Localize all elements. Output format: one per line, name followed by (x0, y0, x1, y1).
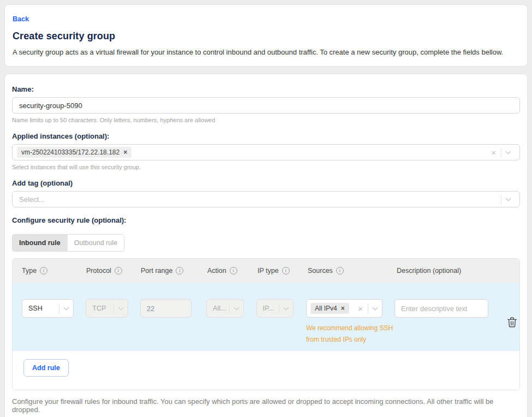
chevron-down-icon[interactable] (373, 305, 378, 311)
rule-sources-select[interactable]: All IPv4 × × (306, 299, 382, 318)
rules-table: Type i Protocol i Port range i Action i … (12, 258, 520, 390)
column-header-port-range: Port range i (141, 267, 207, 275)
column-header-sources: Sources i (308, 267, 397, 275)
chevron-down-icon[interactable] (506, 196, 511, 201)
rule-ip-type-select: IP... (256, 299, 294, 318)
column-header-description: Description (optional) (397, 267, 498, 275)
column-label: IP type (258, 267, 279, 275)
instance-chip-remove-icon[interactable]: × (123, 149, 127, 156)
source-chip: All IPv4 × (310, 303, 349, 314)
select-divider (59, 304, 59, 313)
ssh-warning: We recommend allowing SSH from trusted I… (306, 323, 394, 345)
rules-table-footer: Add rule (13, 351, 519, 390)
column-label: Protocol (86, 267, 111, 275)
inbound-traffic-note: Configure your firewall rules for inboun… (12, 397, 520, 414)
add-tag-field-group: Add tag (optional) Select... (12, 179, 520, 207)
trash-icon (507, 317, 517, 328)
chevron-down-icon[interactable] (506, 149, 511, 154)
info-icon[interactable]: i (115, 267, 122, 275)
ssh-warning-line2: from trusted IPs only (306, 334, 394, 345)
rule-sources-cell: All IPv4 × × We recommend allowing SSH f… (306, 299, 394, 345)
column-label: Action (207, 267, 226, 275)
clear-sources-icon[interactable]: × (353, 305, 368, 313)
column-header-protocol: Protocol i (86, 267, 141, 275)
chevron-down-icon (283, 305, 289, 311)
add-rule-button[interactable]: Add rule (23, 359, 69, 377)
info-icon[interactable]: i (40, 267, 47, 275)
back-link[interactable]: Back (13, 15, 29, 23)
select-divider (368, 304, 368, 313)
source-chip-remove-icon[interactable]: × (341, 305, 345, 312)
page-title: Create security group (13, 31, 519, 42)
select-divider (229, 304, 230, 313)
select-divider (501, 195, 501, 204)
rule-ip-type-cell: IP... (256, 299, 306, 345)
rule-description-input[interactable] (394, 299, 488, 318)
rule-ip-type-value: IP... (257, 305, 279, 312)
source-chip-label: All IPv4 (315, 305, 337, 312)
add-tag-select[interactable]: Select... (12, 191, 520, 207)
column-label: Description (optional) (397, 267, 461, 275)
name-input[interactable] (12, 97, 520, 114)
delete-rule-button[interactable] (505, 300, 519, 345)
name-field-group: Name: Name limits up to 50 characters. O… (12, 85, 520, 123)
column-header-ip-type: IP type i (258, 267, 308, 275)
security-rule-section: Configure security rule (optional): Inbo… (12, 216, 520, 390)
tab-outbound-rule[interactable]: Outbound rule (67, 235, 124, 251)
applied-instances-select[interactable]: vm-250224103335/172.22.18.182 × × (12, 144, 520, 160)
add-tag-placeholder: Select... (17, 195, 45, 204)
rule-action-select: All... (206, 299, 244, 318)
instance-chip-label: vm-250224103335/172.22.18.182 (21, 148, 119, 156)
info-icon[interactable]: i (336, 267, 344, 275)
instance-chip: vm-250224103335/172.22.18.182 × (17, 147, 131, 158)
security-rule-label: Configure security rule (optional): (12, 216, 520, 224)
select-divider (113, 304, 114, 313)
page-header-card: Back Create security group A security gr… (4, 4, 528, 67)
tab-inbound-rule[interactable]: Inbound rule (13, 235, 67, 251)
applied-instances-field-group: Applied instances (optional): vm-2502241… (12, 132, 520, 170)
name-hint: Name limits up to 50 characters. Only le… (12, 117, 520, 123)
info-icon[interactable]: i (230, 267, 237, 275)
rule-delete-cell (495, 299, 519, 345)
info-icon[interactable]: i (282, 267, 290, 275)
column-header-action: Action i (207, 267, 258, 275)
create-security-group-form: Name: Name limits up to 50 characters. O… (4, 74, 528, 417)
rule-row: SSH TCP All... (13, 283, 519, 351)
rule-protocol-select: TCP (86, 299, 128, 318)
column-label: Type (22, 267, 37, 275)
column-header-type: Type i (22, 267, 86, 275)
rules-table-header: Type i Protocol i Port range i Action i … (13, 259, 519, 283)
rule-type-select[interactable]: SSH (22, 299, 74, 318)
info-icon[interactable]: i (176, 267, 183, 275)
select-divider (501, 148, 501, 157)
rule-description-cell (394, 299, 495, 345)
chevron-down-icon (234, 305, 240, 311)
page-description: A security group acts as a virtual firew… (13, 48, 519, 56)
rule-type-value: SSH (22, 305, 59, 312)
applied-instances-hint: Select instances that will use this secu… (12, 164, 520, 170)
select-divider (279, 304, 279, 313)
rule-protocol-cell: TCP (86, 299, 140, 345)
rule-type-cell: SSH (22, 299, 86, 345)
add-tag-label: Add tag (optional) (12, 179, 520, 187)
rule-protocol-value: TCP (86, 305, 113, 312)
rule-direction-tabs: Inbound rule Outbound rule (12, 234, 124, 252)
chevron-down-icon[interactable] (64, 305, 69, 311)
rule-port-range-cell (140, 299, 206, 345)
column-label: Sources (308, 267, 333, 275)
name-label: Name: (12, 85, 520, 93)
ssh-warning-line1: We recommend allowing SSH (306, 323, 394, 334)
clear-selection-icon[interactable]: × (486, 148, 501, 157)
rule-action-cell: All... (206, 299, 256, 345)
rule-port-range-input (140, 299, 192, 318)
applied-instances-label: Applied instances (optional): (12, 132, 520, 140)
column-label: Port range (141, 267, 172, 275)
chevron-down-icon (118, 305, 124, 311)
rule-action-value: All... (207, 305, 229, 312)
